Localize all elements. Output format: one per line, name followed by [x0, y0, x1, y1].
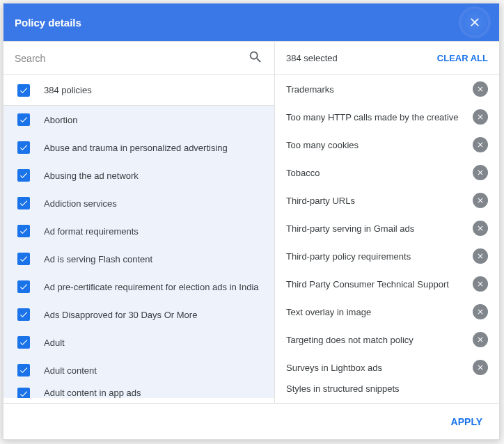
- dialog-body: 384 policies Abortion Abuse and trauma i…: [3, 41, 499, 403]
- checkbox-icon[interactable]: [17, 364, 30, 376]
- checkbox-icon[interactable]: [17, 169, 30, 182]
- chip-label: Third-party serving in Gmail ads: [286, 223, 473, 234]
- remove-chip-button[interactable]: [473, 165, 488, 180]
- checkbox-icon[interactable]: [17, 280, 30, 293]
- list-item-label: Adult content: [44, 365, 97, 376]
- chip: Third-party policy requirements: [275, 242, 499, 270]
- checkbox-icon[interactable]: [17, 197, 30, 209]
- chip: Third-party URLs: [275, 187, 499, 214]
- checkbox-icon[interactable]: [17, 225, 30, 237]
- close-icon: [476, 280, 485, 288]
- close-icon: [476, 85, 485, 93]
- checkbox-icon[interactable]: [17, 141, 30, 154]
- remove-chip-button[interactable]: [473, 304, 488, 319]
- chip-label: Styles in structured snippets: [286, 383, 473, 394]
- remove-chip-button[interactable]: [473, 221, 488, 236]
- checkbox-icon[interactable]: [17, 336, 30, 349]
- list-item[interactable]: Adult content: [3, 356, 274, 384]
- chip-label: Text overlay in image: [286, 307, 473, 317]
- close-icon: [476, 168, 485, 177]
- list-item-label: Ads Disapproved for 30 Days Or More: [44, 310, 197, 320]
- checkbox-icon[interactable]: [17, 253, 30, 265]
- list-item[interactable]: Adult content in app ads: [3, 384, 274, 398]
- list-item[interactable]: Abuse and trauma in personalized adverti…: [3, 134, 274, 161]
- policy-details-dialog: Policy details 384 policies A: [3, 3, 500, 440]
- chip-label: Too many HTTP calls made by the creative: [286, 112, 473, 122]
- dialog-title: Policy details: [15, 17, 81, 29]
- close-icon: [476, 363, 485, 372]
- remove-chip-button[interactable]: [473, 276, 488, 292]
- chip-label: Targeting does not match policy: [286, 335, 473, 345]
- chip: Tobacco: [275, 159, 499, 187]
- list-item-label: Ad is serving Flash content: [44, 254, 152, 264]
- policy-list-scroll[interactable]: Abortion Abuse and trauma in personalize…: [3, 106, 274, 398]
- dialog-footer: APPLY: [3, 403, 499, 439]
- list-item-label: Ad format requirements: [44, 226, 139, 237]
- close-icon: [468, 15, 482, 29]
- dialog-header: Policy details: [3, 3, 499, 41]
- select-all-label: 384 policies: [44, 85, 92, 95]
- chip: Text overlay in image: [275, 298, 499, 326]
- chip: Surveys in Lightbox ads: [275, 354, 499, 381]
- close-icon: [476, 113, 485, 121]
- close-icon: [476, 252, 485, 260]
- chip-label: Third-party URLs: [286, 196, 473, 206]
- close-icon: [476, 335, 485, 344]
- chip-label: Too many cookies: [286, 140, 473, 150]
- checkbox-icon[interactable]: [17, 308, 30, 321]
- list-item[interactable]: Addiction services: [3, 189, 274, 217]
- chip-label: Surveys in Lightbox ads: [286, 363, 473, 373]
- chip-label: Third Party Consumer Technical Support: [286, 279, 473, 290]
- remove-chip-button[interactable]: [473, 332, 488, 347]
- remove-chip-button[interactable]: [473, 137, 488, 152]
- select-all-row[interactable]: 384 policies: [3, 75, 274, 106]
- chip: Third Party Consumer Technical Support: [275, 270, 499, 298]
- chip: Trademarks: [275, 75, 499, 103]
- list-item-label: Ad pre-certificate requirement for elect…: [44, 282, 259, 292]
- chip: Too many cookies: [275, 131, 499, 159]
- search-row: [3, 42, 274, 75]
- close-icon: [476, 141, 485, 149]
- remove-chip-button[interactable]: [473, 193, 488, 208]
- right-pane: 384 selected CLEAR ALL Trademarks Too ma…: [275, 42, 499, 403]
- selected-count: 384 selected: [286, 53, 338, 63]
- left-pane: 384 policies Abortion Abuse and trauma i…: [3, 42, 275, 403]
- list-item-label: Adult: [44, 338, 65, 348]
- list-item[interactable]: Ads Disapproved for 30 Days Or More: [3, 301, 274, 328]
- checkbox-icon[interactable]: [17, 388, 30, 398]
- policy-list: 384 policies Abortion Abuse and trauma i…: [3, 75, 274, 403]
- chip: Third-party serving in Gmail ads: [275, 214, 499, 242]
- list-item-label: Abuse and trauma in personalized adverti…: [44, 143, 228, 153]
- clear-all-button[interactable]: CLEAR ALL: [437, 53, 488, 63]
- chip-label: Tobacco: [286, 168, 473, 178]
- list-item[interactable]: Abusing the ad network: [3, 161, 274, 189]
- chip: Targeting does not match policy: [275, 326, 499, 354]
- chip-label: Third-party policy requirements: [286, 251, 473, 262]
- search-icon[interactable]: [248, 49, 263, 68]
- list-item-label: Abortion: [44, 115, 77, 125]
- list-item[interactable]: Ad format requirements: [3, 217, 274, 245]
- list-item[interactable]: Adult: [3, 328, 274, 356]
- close-icon: [476, 196, 485, 205]
- checkbox-icon[interactable]: [17, 113, 30, 126]
- remove-chip-button[interactable]: [473, 109, 488, 125]
- selected-chips[interactable]: Trademarks Too many HTTP calls made by t…: [275, 75, 499, 403]
- remove-chip-button[interactable]: [473, 81, 488, 97]
- list-item-label: Abusing the ad network: [44, 171, 139, 181]
- list-item-label: Adult content in app ads: [44, 388, 141, 398]
- list-item[interactable]: Ad pre-certificate requirement for elect…: [3, 273, 274, 301]
- list-item[interactable]: Abortion: [3, 106, 274, 134]
- close-button[interactable]: [462, 9, 488, 35]
- apply-button[interactable]: APPLY: [451, 416, 482, 427]
- close-icon: [476, 224, 485, 232]
- checkbox-icon[interactable]: [17, 84, 30, 97]
- close-icon: [476, 308, 485, 316]
- remove-chip-button[interactable]: [473, 248, 488, 264]
- chip-label: Trademarks: [286, 84, 473, 95]
- selected-header: 384 selected CLEAR ALL: [275, 42, 499, 75]
- chip: Styles in structured snippets: [275, 381, 499, 395]
- remove-chip-button[interactable]: [473, 360, 488, 375]
- list-item[interactable]: Ad is serving Flash content: [3, 245, 274, 273]
- search-input[interactable]: [15, 53, 248, 64]
- list-item-label: Addiction services: [44, 198, 117, 209]
